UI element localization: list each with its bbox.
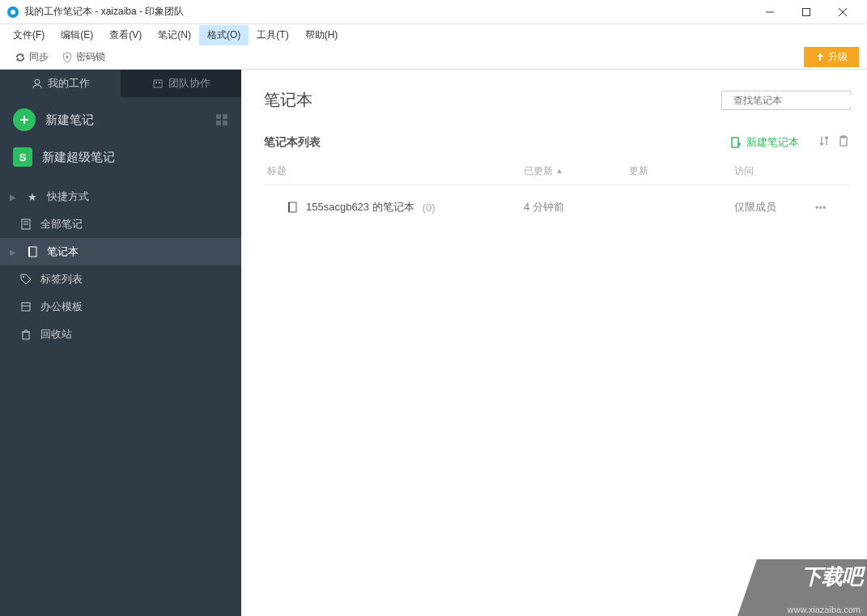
sync-icon: [15, 52, 26, 63]
svg-rect-17: [223, 121, 227, 125]
new-notebook-button[interactable]: 新建笔记本: [730, 135, 799, 150]
sync-label: 同步: [29, 50, 49, 64]
svg-rect-3: [802, 8, 810, 15]
svg-rect-15: [223, 114, 227, 119]
col-updated[interactable]: 已更新: [524, 164, 629, 178]
toolbar: 同步 密码锁 升级: [0, 45, 867, 70]
svg-point-23: [23, 276, 24, 278]
notes-icon: [19, 219, 32, 230]
menu-format[interactable]: 格式(O): [199, 25, 249, 45]
menubar: 文件(F) 编辑(E) 查看(V) 笔记(N) 格式(O) 工具(T) 帮助(H…: [0, 24, 867, 45]
sidebar: 我的工作 团队协作 新建笔记 S 新建超级笔记 ▶ ★ 快捷方式: [0, 70, 241, 616]
minimize-button[interactable]: [751, 1, 788, 23]
svg-rect-10: [155, 82, 157, 83]
sort-asc-icon: [556, 168, 563, 175]
notebook-icon: [287, 202, 298, 213]
notebook-add-icon: [730, 137, 742, 148]
tab-my-work[interactable]: 我的工作: [0, 70, 121, 97]
sidebar-item-notebooks[interactable]: ▶ 笔记本: [0, 238, 241, 266]
trash-icon: [19, 329, 32, 340]
menu-view[interactable]: 查看(V): [101, 25, 150, 45]
main-panel: 笔记本 笔记本列表 新建笔记本 标题 已更新 更新 访问: [241, 70, 867, 616]
person-icon: [32, 78, 43, 89]
sidebar-item-label: 回收站: [40, 327, 72, 342]
new-note-label: 新建笔记: [45, 113, 206, 128]
caret-icon: ▶: [10, 193, 18, 202]
template-icon: [19, 301, 32, 312]
svg-rect-11: [159, 82, 160, 83]
sidebar-item-label: 标签列表: [40, 272, 83, 287]
menu-file[interactable]: 文件(F): [5, 25, 53, 45]
svg-rect-16: [216, 121, 221, 125]
svg-rect-36: [289, 202, 296, 212]
svg-point-8: [35, 79, 40, 84]
sidebar-item-shortcut[interactable]: ▶ ★ 快捷方式: [0, 183, 241, 210]
sync-button[interactable]: 同步: [8, 47, 55, 67]
window-title: 我的工作笔记本 - xaizaiba - 印象团队: [24, 5, 751, 19]
titlebar: 我的工作笔记本 - xaizaiba - 印象团队: [0, 0, 867, 24]
new-super-label: 新建超级笔记: [42, 150, 115, 165]
svg-rect-26: [23, 332, 29, 339]
sidebar-nav: ▶ ★ 快捷方式 全部笔记 ▶ 笔记本 标签列表 办公模板: [0, 183, 241, 348]
app-icon: [6, 6, 19, 19]
search-input[interactable]: [733, 95, 855, 106]
notebook-name: 155sacgb623 的笔记本: [306, 200, 414, 215]
row-more-button[interactable]: •••: [815, 202, 848, 214]
maximize-button[interactable]: [788, 1, 824, 23]
notebook-count: (0): [423, 202, 436, 214]
col-title[interactable]: 标题: [267, 164, 524, 178]
upgrade-icon: [815, 53, 825, 62]
menu-tools[interactable]: 工具(T): [249, 25, 296, 45]
row-access: 仅限成员: [734, 200, 815, 215]
sidebar-item-label: 办公模板: [40, 300, 83, 314]
svg-point-1: [11, 10, 15, 15]
new-notebook-label: 新建笔记本: [746, 135, 799, 150]
sidebar-item-all-notes[interactable]: 全部笔记: [0, 210, 241, 238]
menu-edit[interactable]: 编辑(E): [53, 25, 101, 45]
lock-label: 密码锁: [76, 50, 105, 64]
row-updated: 4 分钟前: [524, 200, 629, 215]
sidebar-item-templates[interactable]: 办公模板: [0, 293, 241, 321]
notebook-icon: [26, 246, 39, 257]
column-headers: 标题 已更新 更新 访问: [264, 158, 851, 185]
svg-rect-7: [67, 57, 68, 59]
tab-team[interactable]: 团队协作: [121, 70, 241, 97]
upgrade-button[interactable]: 升级: [804, 47, 859, 67]
tab-my-work-label: 我的工作: [48, 76, 90, 91]
svg-rect-24: [22, 303, 30, 311]
col-access[interactable]: 访问: [734, 164, 815, 178]
menu-help[interactable]: 帮助(H): [297, 25, 346, 45]
sidebar-item-label: 笔记本: [47, 244, 79, 259]
sidebar-item-tags[interactable]: 标签列表: [0, 266, 241, 293]
sidebar-item-label: 全部笔记: [40, 217, 83, 232]
new-note-row[interactable]: 新建笔记: [0, 97, 241, 139]
close-button[interactable]: [824, 1, 861, 23]
star-icon: ★: [26, 191, 39, 203]
upgrade-label: 升级: [828, 50, 848, 64]
menu-note[interactable]: 笔记(N): [150, 25, 199, 45]
list-title: 笔记本列表: [264, 135, 730, 150]
svg-rect-14: [216, 114, 221, 119]
tab-team-label: 团队协作: [168, 76, 210, 91]
col-update[interactable]: 更新: [629, 164, 734, 178]
lock-button[interactable]: 密码锁: [55, 47, 112, 67]
clipboard-icon[interactable]: [838, 135, 851, 150]
search-box[interactable]: [721, 91, 851, 110]
page-title: 笔记本: [264, 89, 721, 111]
grid-icon[interactable]: [215, 113, 228, 126]
sidebar-tabs: 我的工作 团队协作: [0, 70, 241, 97]
building-icon: [152, 78, 164, 89]
sidebar-item-label: 快捷方式: [47, 189, 89, 204]
svg-rect-9: [154, 80, 162, 87]
sort-icon[interactable]: [818, 135, 831, 150]
svg-rect-21: [29, 247, 36, 257]
window-controls: [751, 1, 861, 23]
tag-icon: [19, 274, 32, 285]
sidebar-item-trash[interactable]: 回收站: [0, 321, 241, 348]
svg-rect-31: [732, 138, 738, 147]
caret-icon: ▶: [10, 248, 18, 257]
super-note-icon: S: [13, 147, 32, 167]
shield-icon: [62, 52, 73, 63]
table-row[interactable]: 155sacgb623 的笔记本 (0) 4 分钟前 仅限成员 •••: [264, 185, 851, 229]
new-super-note-row[interactable]: S 新建超级笔记: [0, 139, 241, 178]
